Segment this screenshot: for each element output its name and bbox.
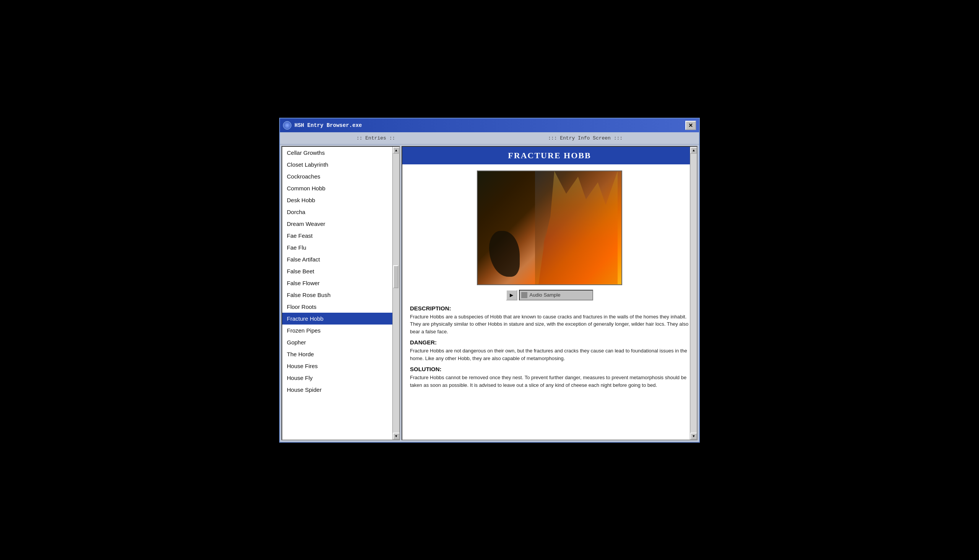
list-item[interactable]: Desk Hobb xyxy=(282,194,399,206)
description-header: DESCRIPTION: xyxy=(410,305,689,312)
list-item-selected[interactable]: Fracture Hobb xyxy=(282,313,399,325)
scroll-up-arrow[interactable]: ▲ xyxy=(393,147,400,154)
info-scroll-track xyxy=(690,154,697,433)
play-button[interactable]: ▶ xyxy=(506,290,517,300)
list-item[interactable]: House Fires xyxy=(282,360,399,372)
list-item[interactable]: False Artifact xyxy=(282,253,399,265)
title-bar: HSH Entry Browser.exe ✕ xyxy=(280,118,699,132)
info-panel: Fracture Hobb ▶ Audio Sample DESCR xyxy=(402,146,697,440)
info-scroll-down[interactable]: ▼ xyxy=(690,433,697,440)
list-item[interactable]: Dorcha xyxy=(282,206,399,218)
entries-panel: Cellar Growths Closet Labyrinth Cockroac… xyxy=(282,146,400,440)
entries-scrollbar: ▲ ▼ xyxy=(392,147,399,440)
description-text: Fracture Hobbs are a subspecies of Hobb … xyxy=(410,313,689,336)
content-area: Cellar Growths Closet Labyrinth Cockroac… xyxy=(280,145,699,442)
entries-label: :: Entries :: xyxy=(357,135,395,141)
list-item[interactable]: Cockroaches xyxy=(282,170,399,182)
info-content: ▶ Audio Sample DESCRIPTION: Fracture Hob… xyxy=(402,164,697,440)
list-item[interactable]: Floor Roots xyxy=(282,301,399,313)
entries-list: Cellar Growths Closet Labyrinth Cockroac… xyxy=(282,147,399,440)
info-label: ::: Entry Info Screen ::: xyxy=(548,135,622,141)
danger-header: DANGER: xyxy=(410,339,689,345)
scroll-down-arrow[interactable]: ▼ xyxy=(393,433,400,440)
list-item[interactable]: House Fly xyxy=(282,372,399,384)
fire-effect xyxy=(539,171,618,284)
menu-bar: :: Entries :: ::: Entry Info Screen ::: xyxy=(280,132,699,145)
list-item[interactable]: Cellar Growths xyxy=(282,147,399,158)
title-bar-left: HSH Entry Browser.exe xyxy=(283,121,362,130)
list-item[interactable]: Closet Labyrinth xyxy=(282,158,399,170)
list-item[interactable]: The Horde xyxy=(282,348,399,360)
window-title: HSH Entry Browser.exe xyxy=(294,122,362,128)
list-item[interactable]: False Flower xyxy=(282,277,399,289)
close-button[interactable]: ✕ xyxy=(685,121,696,130)
solution-text: Fracture Hobbs cannot be removed once th… xyxy=(410,374,689,389)
info-scrollbar: ▲ ▼ xyxy=(690,147,697,440)
list-item[interactable]: Fae Flu xyxy=(282,242,399,253)
audio-player: ▶ Audio Sample xyxy=(410,290,689,300)
list-item[interactable]: False Rose Bush xyxy=(282,289,399,301)
scroll-track xyxy=(393,154,399,433)
entry-title-bar: Fracture Hobb xyxy=(402,147,697,164)
list-item[interactable]: False Beet xyxy=(282,265,399,277)
entry-title: Fracture Hobb xyxy=(508,151,591,160)
scroll-thumb[interactable] xyxy=(393,265,399,288)
list-item[interactable]: House Spider xyxy=(282,384,399,396)
description-section: DESCRIPTION: Fracture Hobbs are a subspe… xyxy=(410,305,689,336)
list-item[interactable]: Gopher xyxy=(282,337,399,348)
creature-image xyxy=(477,170,622,285)
app-icon xyxy=(283,121,292,130)
audio-icon xyxy=(521,292,527,298)
main-window: HSH Entry Browser.exe ✕ :: Entries :: ::… xyxy=(279,118,700,443)
solution-section: SOLUTION: Fracture Hobbs cannot be remov… xyxy=(410,366,689,389)
list-item[interactable]: Dream Weaver xyxy=(282,218,399,230)
info-scroll-up[interactable]: ▲ xyxy=(690,147,697,154)
danger-section: DANGER: Fracture Hobbs are not dangerous… xyxy=(410,339,689,362)
solution-header: SOLUTION: xyxy=(410,366,689,372)
list-item[interactable]: Fae Feast xyxy=(282,230,399,242)
danger-text: Fracture Hobbs are not dangerous on thei… xyxy=(410,347,689,362)
list-item[interactable]: Frozen Pipes xyxy=(282,325,399,337)
audio-label: Audio Sample xyxy=(528,292,591,298)
list-item[interactable]: Common Hobb xyxy=(282,182,399,194)
audio-bar: Audio Sample xyxy=(519,290,594,300)
